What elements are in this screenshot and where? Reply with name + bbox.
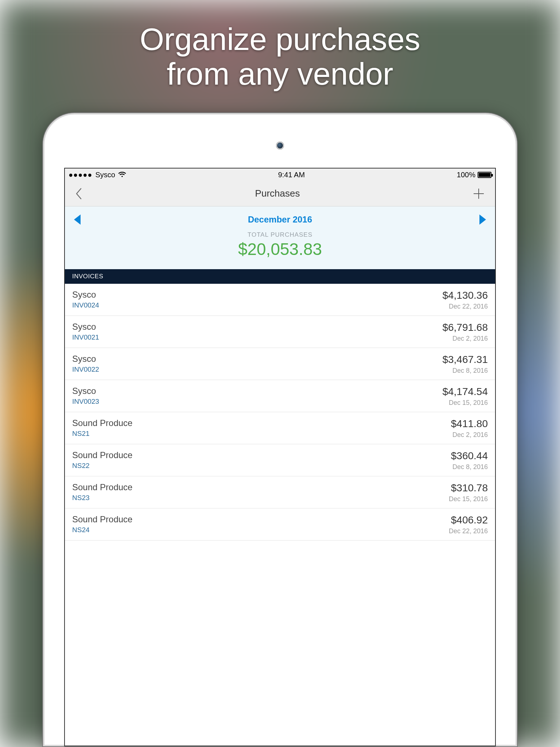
- carrier-label: Sysco: [95, 171, 115, 179]
- invoice-vendor: Sound Produce: [72, 482, 132, 492]
- nav-bar: Purchases: [65, 181, 495, 206]
- invoices-section-header: INVOICES: [65, 269, 495, 284]
- month-summary-panel: December 2016 TOTAL PURCHASES $20,053.83: [65, 206, 495, 269]
- invoice-list: SyscoINV0024$4,130.36Dec 22, 2016SyscoIN…: [65, 284, 495, 541]
- invoice-row[interactable]: Sound ProduceNS23$310.78Dec 15, 2016: [65, 476, 495, 508]
- invoice-date: Dec 15, 2016: [442, 399, 488, 407]
- invoice-row[interactable]: SyscoINV0024$4,130.36Dec 22, 2016: [65, 284, 495, 316]
- app-screen: ●●●●● Sysco 9:41 AM 100% Purchases: [64, 168, 496, 746]
- invoice-number: INV0022: [72, 365, 99, 374]
- invoice-amount: $406.92: [449, 514, 488, 526]
- invoice-row[interactable]: Sound ProduceNS22$360.44Dec 8, 2016: [65, 444, 495, 476]
- invoice-amount: $6,791.68: [442, 322, 488, 333]
- status-left: ●●●●● Sysco: [69, 171, 126, 179]
- invoice-row-left: Sound ProduceNS21: [72, 418, 132, 438]
- invoice-number: NS21: [72, 430, 132, 438]
- invoice-row[interactable]: SyscoINV0021$6,791.68Dec 2, 2016: [65, 316, 495, 348]
- promo-title-line1: Organize purchases: [140, 22, 420, 57]
- total-purchases-label: TOTAL PURCHASES: [71, 231, 489, 239]
- invoice-row-right: $4,174.54Dec 15, 2016: [442, 386, 488, 407]
- invoice-amount: $4,174.54: [442, 386, 488, 398]
- invoice-date: Dec 2, 2016: [451, 431, 488, 439]
- invoice-date: Dec 8, 2016: [451, 463, 488, 471]
- promo-title: Organize purchases from any vendor: [0, 22, 560, 91]
- invoice-amount: $411.80: [451, 418, 488, 430]
- back-button[interactable]: [75, 187, 82, 200]
- battery-pct: 100%: [457, 171, 475, 179]
- invoice-number: NS22: [72, 462, 132, 470]
- invoice-vendor: Sysco: [72, 290, 99, 300]
- invoice-number: NS24: [72, 526, 132, 534]
- invoice-amount: $3,467.31: [442, 354, 488, 365]
- invoice-row-right: $310.78Dec 15, 2016: [449, 482, 488, 503]
- invoice-row-right: $411.80Dec 2, 2016: [451, 418, 488, 439]
- next-month-button[interactable]: [477, 214, 489, 226]
- invoice-date: Dec 15, 2016: [449, 495, 488, 503]
- invoice-amount: $4,130.36: [442, 290, 488, 301]
- status-bar: ●●●●● Sysco 9:41 AM 100%: [65, 169, 495, 181]
- invoice-row-right: $3,467.31Dec 8, 2016: [442, 354, 488, 375]
- invoice-row[interactable]: Sound ProduceNS24$406.92Dec 22, 2016: [65, 508, 495, 541]
- invoice-row[interactable]: Sound ProduceNS21$411.80Dec 2, 2016: [65, 412, 495, 444]
- invoice-row-right: $360.44Dec 8, 2016: [451, 450, 488, 471]
- invoice-vendor: Sound Produce: [72, 418, 132, 428]
- invoice-number: NS23: [72, 494, 132, 502]
- invoice-row-right: $4,130.36Dec 22, 2016: [442, 290, 488, 310]
- wifi-icon: [118, 172, 126, 178]
- invoice-row-left: SyscoINV0022: [72, 354, 99, 374]
- status-time: 9:41 AM: [278, 171, 305, 179]
- invoice-amount: $310.78: [449, 482, 488, 494]
- invoice-row[interactable]: SyscoINV0022$3,467.31Dec 8, 2016: [65, 348, 495, 380]
- invoice-vendor: Sysco: [72, 354, 99, 364]
- invoice-date: Dec 22, 2016: [449, 527, 488, 535]
- battery-icon: [478, 172, 491, 178]
- total-purchases-amount: $20,053.83: [71, 239, 489, 259]
- invoice-row-left: Sound ProduceNS22: [72, 450, 132, 470]
- invoice-date: Dec 22, 2016: [442, 303, 488, 310]
- invoice-number: INV0024: [72, 301, 99, 309]
- page-title: Purchases: [255, 188, 300, 199]
- invoice-row[interactable]: SyscoINV0023$4,174.54Dec 15, 2016: [65, 380, 495, 412]
- invoice-row-left: SyscoINV0023: [72, 386, 99, 406]
- prev-month-button[interactable]: [71, 214, 83, 226]
- signal-dots-icon: ●●●●●: [69, 171, 92, 179]
- promo-title-line2: from any vendor: [167, 56, 393, 91]
- tablet-frame: ●●●●● Sysco 9:41 AM 100% Purchases: [42, 112, 518, 747]
- invoice-row-left: SyscoINV0024: [72, 290, 99, 309]
- invoice-date: Dec 2, 2016: [442, 335, 488, 342]
- invoice-row-right: $6,791.68Dec 2, 2016: [442, 322, 488, 342]
- invoice-row-left: SyscoINV0021: [72, 322, 99, 341]
- invoice-vendor: Sysco: [72, 386, 99, 396]
- chevron-left-icon: [74, 214, 81, 225]
- invoice-row-left: Sound ProduceNS24: [72, 514, 132, 534]
- invoice-row-left: Sound ProduceNS23: [72, 482, 132, 502]
- invoice-vendor: Sound Produce: [72, 450, 132, 460]
- invoice-date: Dec 8, 2016: [442, 367, 488, 375]
- invoice-number: INV0023: [72, 398, 99, 406]
- tablet-camera: [276, 142, 284, 150]
- invoice-vendor: Sysco: [72, 322, 99, 332]
- invoice-amount: $360.44: [451, 450, 488, 462]
- invoice-row-right: $406.92Dec 22, 2016: [449, 514, 488, 535]
- month-label[interactable]: December 2016: [71, 214, 489, 225]
- chevron-right-icon: [479, 214, 486, 225]
- invoice-vendor: Sound Produce: [72, 514, 132, 525]
- add-button[interactable]: [472, 187, 485, 200]
- status-right: 100%: [457, 171, 491, 179]
- invoice-number: INV0021: [72, 333, 99, 341]
